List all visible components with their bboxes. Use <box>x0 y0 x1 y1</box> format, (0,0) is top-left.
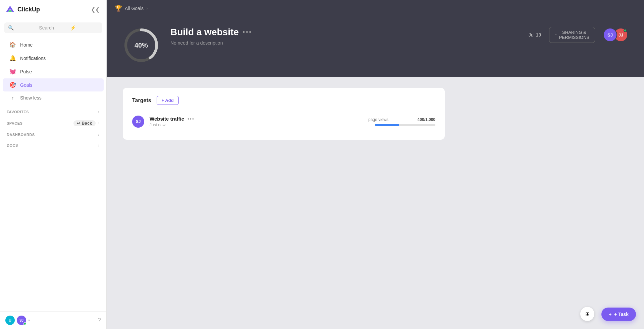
sidebar-item-goals-label: Goals <box>20 82 33 88</box>
goal-title: Build a website <box>170 27 239 38</box>
show-less-label: Show less <box>20 95 42 101</box>
sidebar-footer: U SJ ▾ ? <box>0 311 106 329</box>
pulse-icon: 💓 <box>9 68 16 75</box>
target-info: Website traffic ••• Just now <box>150 116 363 127</box>
search-bar[interactable]: 🔍 Search ⚡ <box>4 22 102 33</box>
table-row: SJ Website traffic ••• Just now page vie… <box>132 112 435 132</box>
sidebar-item-notifications-label: Notifications <box>20 56 46 61</box>
sidebar-item-home-label: Home <box>20 42 33 48</box>
targets-card: Targets + Add SJ Website traffic ••• Jus… <box>123 88 445 140</box>
sidebar-item-notifications[interactable]: 🔔 Notifications <box>3 52 104 65</box>
docs-label: DOCS <box>7 143 18 147</box>
metric-name: page views <box>368 117 388 122</box>
search-placeholder: Search <box>39 25 67 30</box>
favorites-label: FAVORITES <box>7 110 29 114</box>
user-dropdown-icon[interactable]: ▾ <box>28 318 30 323</box>
help-button[interactable]: ? <box>98 317 101 324</box>
target-avatar-initials: SJ <box>136 119 141 124</box>
grid-icon: ⊞ <box>585 311 590 317</box>
share-icon: ↑ <box>555 32 557 38</box>
sidebar-item-pulse-label: Pulse <box>20 69 32 74</box>
spaces-label: SPACES <box>7 121 22 125</box>
target-time: Just now <box>150 123 363 127</box>
trophy-icon: 🏆 <box>115 5 122 12</box>
sidebar-item-home[interactable]: 🏠 Home <box>3 38 104 51</box>
add-task-button[interactable]: + + Task <box>601 308 636 321</box>
target-progress-labels: page views 400/1,000 <box>368 117 435 122</box>
breadcrumb-chevron-icon: › <box>146 6 148 11</box>
target-name-row: Website traffic ••• <box>150 116 363 122</box>
goal-title-row: Build a website ••• <box>170 27 518 38</box>
metric-value: 400/1,000 <box>418 117 435 122</box>
user-initials: SJ <box>19 319 23 322</box>
sidebar-header: ClickUp ❮❮ <box>0 0 106 19</box>
targets-title: Targets <box>132 97 151 104</box>
show-less-item[interactable]: ↑ Show less <box>3 92 104 104</box>
goals-icon: 🎯 <box>9 82 16 88</box>
goal-info: Build a website ••• No need for a descri… <box>170 27 518 46</box>
user-avatar: SJ <box>17 316 26 325</box>
user-area[interactable]: U SJ ▾ <box>5 316 30 325</box>
jj-online-indicator <box>624 29 627 32</box>
progress-label: 40% <box>135 42 148 49</box>
goal-more-button[interactable]: ••• <box>243 29 252 36</box>
back-arrow-icon: ↩ <box>77 121 80 126</box>
spaces-section[interactable]: SPACES ↩ Back › <box>0 116 106 128</box>
breadcrumb: 🏆 All Goals › <box>107 0 644 17</box>
sidebar-item-goals[interactable]: 🎯 Goals <box>3 78 104 91</box>
app-name: ClickUp <box>17 6 40 13</box>
online-indicator <box>23 322 26 325</box>
logo: ClickUp <box>5 5 40 14</box>
target-progress-area: page views 400/1,000 <box>368 117 435 126</box>
add-task-label: + Task <box>614 312 629 317</box>
dashboards-chevron-icon: › <box>98 132 100 137</box>
sidebar-item-pulse[interactable]: 💓 Pulse <box>3 65 104 78</box>
avatar-sj: SJ <box>603 28 617 42</box>
search-icon: 🔍 <box>8 25 36 30</box>
clickup-logo-icon <box>5 5 15 14</box>
content-area: Targets + Add SJ Website traffic ••• Jus… <box>107 77 644 329</box>
progress-circle: 40% <box>123 27 160 64</box>
goal-avatars: SJ JJ <box>603 28 628 42</box>
targets-header: Targets + Add <box>132 96 435 105</box>
dashboards-section[interactable]: DASHBOARDS › <box>0 128 106 139</box>
goal-header: 40% Build a website ••• No need for a de… <box>107 17 644 77</box>
grid-view-button[interactable]: ⊞ <box>580 307 594 321</box>
lightning-icon: ⚡ <box>70 25 98 30</box>
target-name: Website traffic <box>150 116 184 122</box>
collapse-button[interactable]: ❮❮ <box>90 5 101 14</box>
add-task-plus-icon: + <box>609 312 611 317</box>
sharing-label: SHARING &PERMISSIONS <box>559 30 589 40</box>
user-u-avatar: U <box>5 316 15 325</box>
back-badge[interactable]: ↩ Back <box>73 120 95 126</box>
user-u-label: U <box>9 318 11 322</box>
all-goals-link[interactable]: All Goals <box>125 6 144 11</box>
favorites-section[interactable]: FAVORITES › <box>0 106 106 116</box>
add-target-button[interactable]: + Add <box>157 96 179 105</box>
target-progress-fill <box>375 124 399 126</box>
goal-description: No need for a description <box>170 40 518 46</box>
docs-section[interactable]: DOCS › <box>0 139 106 150</box>
nav-items: 🏠 Home 🔔 Notifications 💓 Pulse 🎯 Goals ↑… <box>0 37 106 106</box>
notifications-icon: 🔔 <box>9 55 16 61</box>
favorites-chevron-icon: › <box>98 110 100 114</box>
docs-chevron-icon: › <box>98 143 100 148</box>
goal-meta: Jul 19 ↑ SHARING &PERMISSIONS SJ JJ <box>529 27 628 43</box>
home-icon: 🏠 <box>9 42 16 48</box>
target-progress-bar <box>375 124 435 126</box>
spaces-chevron-icon: › <box>98 121 100 126</box>
main-content: 🏆 All Goals › 40% Build a website ••• No… <box>107 0 644 329</box>
dashboards-label: DASHBOARDS <box>7 133 35 137</box>
show-less-icon: ↑ <box>9 95 16 101</box>
back-label: Back <box>82 121 92 126</box>
sharing-permissions-button[interactable]: ↑ SHARING &PERMISSIONS <box>549 27 595 43</box>
target-avatar: SJ <box>132 116 144 128</box>
sidebar: ClickUp ❮❮ 🔍 Search ⚡ 🏠 Home 🔔 Notificat… <box>0 0 107 329</box>
goal-date: Jul 19 <box>529 32 541 38</box>
target-more-button[interactable]: ••• <box>187 116 195 122</box>
